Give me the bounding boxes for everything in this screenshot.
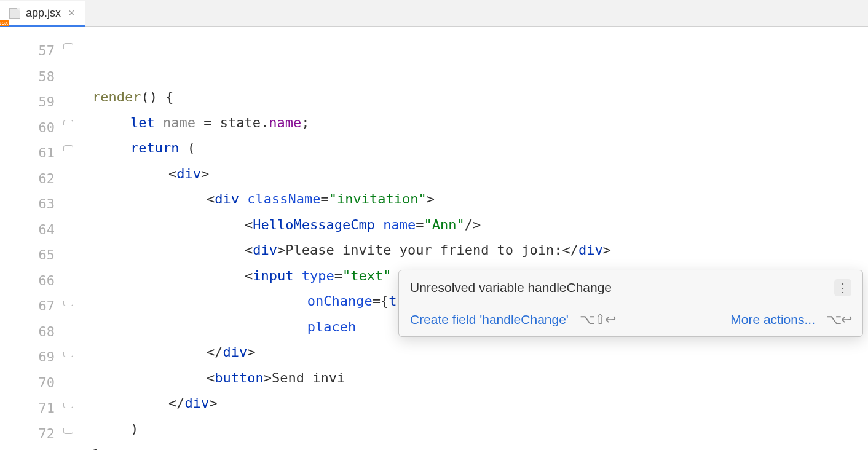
code-line[interactable]: <button>Send invi <box>61 365 868 391</box>
line-number[interactable]: 62 <box>0 166 61 192</box>
line-number[interactable]: 71 <box>0 395 61 421</box>
tab-filename: app.jsx <box>26 7 61 20</box>
more-options-icon[interactable]: ⋮ <box>834 279 851 296</box>
line-number[interactable]: 59 <box>0 89 61 115</box>
line-number[interactable]: 60 <box>0 115 61 141</box>
line-number[interactable]: 65 <box>0 242 61 268</box>
tab-bar: JSX app.jsx × <box>0 0 868 27</box>
code-area[interactable]: render() {let name = state.name;return (… <box>61 27 868 450</box>
line-number[interactable]: 69 <box>0 344 61 370</box>
editor: 57 58 59 60 61 62 63 64 65 66 67 68 69 7… <box>0 27 868 450</box>
gutter[interactable]: 57 58 59 60 61 62 63 64 65 66 67 68 69 7… <box>0 27 61 450</box>
code-line[interactable]: ) <box>61 416 868 442</box>
inspection-tooltip: Unresolved variable handleChange ⋮ Creat… <box>398 270 863 337</box>
line-number[interactable]: 72 <box>0 421 61 447</box>
code-line[interactable]: <div> <box>61 161 868 187</box>
line-number[interactable]: 63 <box>0 191 61 217</box>
code-line[interactable]: </div> <box>61 390 868 416</box>
line-number[interactable]: 67 <box>0 293 61 319</box>
line-number[interactable]: 61 <box>0 140 61 166</box>
close-tab-icon[interactable]: × <box>66 7 77 20</box>
code-line[interactable]: <div>Please invite your friend to join:<… <box>61 237 868 263</box>
code-line[interactable]: <div className="invitation"> <box>61 186 868 212</box>
code-line[interactable]: render() { <box>61 84 868 110</box>
tooltip-title: Unresolved variable handleChange <box>410 280 612 295</box>
file-tab[interactable]: JSX app.jsx × <box>0 1 85 27</box>
line-number[interactable]: 57 <box>0 38 61 64</box>
jsx-file-icon: JSX <box>7 7 21 19</box>
code-line[interactable]: <HelloMessageCmp name="Ann"/> <box>61 212 868 238</box>
code-line[interactable]: let name = state.name; <box>61 110 868 136</box>
line-number[interactable]: 68 <box>0 319 61 345</box>
code-line[interactable]: return ( <box>61 135 868 161</box>
more-actions-link[interactable]: More actions... <box>730 312 815 327</box>
shortcut-label: ⌥⇧↩ <box>580 312 615 328</box>
code-line[interactable]: } <box>61 441 868 450</box>
line-number[interactable]: 66 <box>0 268 61 294</box>
line-number[interactable]: 58 <box>0 64 61 90</box>
line-number[interactable]: 64 <box>0 217 61 243</box>
code-line[interactable]: </div> <box>61 339 868 365</box>
shortcut-label: ⌥↩ <box>826 312 851 328</box>
line-number[interactable]: 70 <box>0 370 61 396</box>
create-field-action[interactable]: Create field 'handleChange' <box>410 312 569 327</box>
